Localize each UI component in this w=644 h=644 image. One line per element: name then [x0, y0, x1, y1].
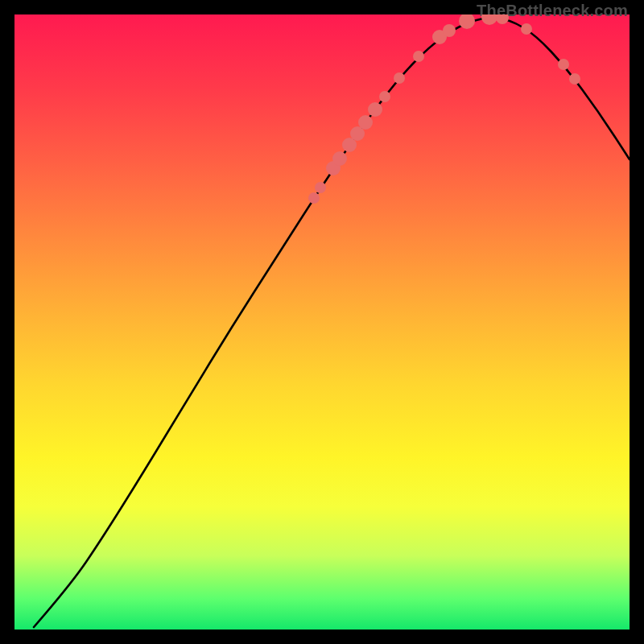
data-marker — [558, 59, 569, 70]
data-marker — [379, 91, 390, 102]
data-marker — [308, 192, 320, 204]
data-marker — [521, 23, 532, 35]
data-marker — [332, 151, 347, 166]
data-marker — [315, 182, 326, 193]
data-marker — [413, 51, 424, 62]
curve-line — [34, 18, 630, 627]
data-marker — [481, 14, 497, 25]
data-marker — [368, 102, 382, 117]
chart-frame: TheBottleneck.com — [0, 0, 644, 644]
data-marker — [443, 24, 456, 37]
data-marker — [496, 14, 509, 24]
data-marker — [358, 115, 373, 130]
data-marker — [394, 72, 405, 84]
chart-plot — [14, 14, 630, 630]
data-marker — [569, 73, 580, 85]
data-markers — [308, 14, 580, 204]
